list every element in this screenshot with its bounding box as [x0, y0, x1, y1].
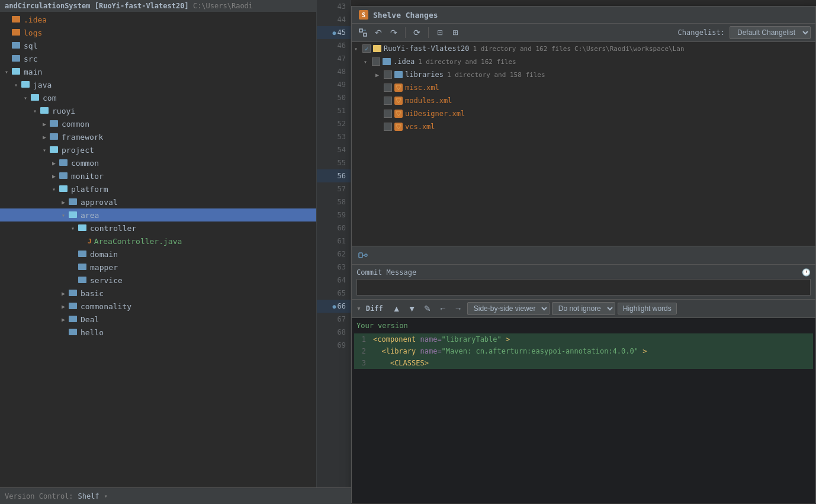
tree-item-project[interactable]: ▾ project: [0, 143, 316, 156]
xml-file-icon: [394, 123, 403, 131]
misc-xml-checkbox[interactable]: [384, 84, 392, 92]
dtree-uidesigner-xml[interactable]: uiDesigner.xml: [352, 107, 815, 120]
libraries-checkbox[interactable]: [384, 70, 392, 79]
tree-item-controller[interactable]: ▾ controller: [0, 221, 316, 235]
tree-item-sql[interactable]: sql: [0, 39, 316, 52]
line-66: ●66: [317, 300, 351, 313]
diff-label: Diff: [366, 304, 383, 313]
dtree-idea[interactable]: ▾ .idea 1 directory and 162 files: [352, 55, 815, 68]
commit-message-input[interactable]: [356, 279, 811, 296]
collapse-diff-icon: ▾: [356, 304, 361, 313]
dtree-misc-xml[interactable]: misc.xml: [352, 81, 815, 94]
diff-line-3: 3 <CLASSES>: [354, 357, 813, 369]
changelist-select[interactable]: Default Changelist: [730, 26, 811, 39]
tree-item-framework[interactable]: ▶ framework: [0, 130, 316, 143]
uidesigner-xml-checkbox[interactable]: [384, 110, 392, 118]
libraries-label: libraries: [405, 70, 444, 79]
arrow-icon: ▶: [52, 173, 59, 179]
tree-label: basic: [81, 289, 104, 298]
tree-label: AreaController.java: [94, 237, 182, 246]
tree-item-logs[interactable]: logs: [0, 26, 316, 39]
tree-item-src[interactable]: src: [0, 52, 316, 65]
diff-forward-button[interactable]: →: [452, 302, 465, 315]
arrow-icon: ▾: [5, 69, 12, 75]
diff-back-button[interactable]: ←: [436, 302, 449, 315]
xml-attr: name=: [420, 347, 441, 355]
tree-item-commonality[interactable]: ▶ commonality: [0, 300, 316, 313]
tree-item-monitor[interactable]: ▶ monitor: [0, 169, 316, 182]
root-folder-icon: [373, 45, 381, 52]
folder-icon: [12, 68, 21, 76]
line-numbers-panel: 43 44 ●45 46 47 48 49 50 51 52 53 54 55 …: [317, 0, 351, 504]
collapse-button[interactable]: ⊞: [449, 26, 462, 39]
xml-file-icon: [394, 110, 403, 118]
line-58: 58: [317, 195, 351, 208]
dialog-file-tree[interactable]: ▾ RuoYi-fast-Vlatest20 1 directory and 1…: [352, 42, 815, 246]
svg-rect-1: [364, 33, 367, 36]
redo-button[interactable]: ↷: [387, 26, 400, 39]
diff-down-button[interactable]: ▼: [406, 302, 419, 315]
dtree-vcs-xml[interactable]: vcs.xml: [352, 120, 815, 133]
tree-item-deal[interactable]: ▶ Deal: [0, 313, 316, 326]
tree-label: area: [81, 211, 99, 220]
commit-message-section: Commit Message 🕐: [352, 265, 815, 300]
highlight-words-button[interactable]: Highlight words: [618, 303, 677, 314]
tree-label: main: [24, 68, 42, 76]
dtree-modules-xml[interactable]: modules.xml: [352, 94, 815, 107]
undo-button[interactable]: ↶: [372, 26, 385, 39]
diff-up-button[interactable]: ▲: [390, 302, 403, 315]
shelf-chevron-icon[interactable]: ▾: [104, 493, 108, 499]
diff-edit-button[interactable]: ✎: [421, 302, 434, 315]
tree-item-common2[interactable]: ▶ common: [0, 156, 316, 169]
tree-item-area[interactable]: ▾ area: [0, 208, 316, 221]
tree-item-basic[interactable]: ▶ basic: [0, 287, 316, 300]
tree-item-idea[interactable]: .idea: [0, 13, 316, 26]
tree-item-platform[interactable]: ▾ platform: [0, 182, 316, 195]
your-version-label: Your version: [354, 320, 813, 331]
tree-item-mapper[interactable]: mapper: [0, 261, 316, 274]
folder-icon: [69, 328, 78, 336]
dtree-root[interactable]: ▾ RuoYi-fast-Vlatest20 1 directory and 1…: [352, 42, 815, 55]
dtree-libraries[interactable]: ▶ libraries 1 directory and 158 files: [352, 68, 815, 81]
shelf-tab[interactable]: Shelf: [78, 492, 99, 500]
move-to-changelist-button[interactable]: [356, 26, 370, 39]
dialog-title: Shelve Changes: [373, 11, 438, 20]
root-path: C:\Users\Raodi\workspace\Lan: [574, 45, 684, 53]
vcs-icon: [358, 251, 368, 260]
refresh-button[interactable]: ⟳: [410, 26, 423, 39]
idea-label: .idea: [393, 57, 415, 66]
tree-item-com[interactable]: ▾ com: [0, 91, 316, 104]
line-59: 59: [317, 208, 351, 221]
arrow-icon: ▶: [62, 290, 69, 297]
libraries-meta: 1 directory and 158 files: [447, 71, 545, 79]
tree-label: framework: [62, 133, 103, 142]
line-60: 60: [317, 221, 351, 235]
tree-item-approval[interactable]: ▶ approval: [0, 195, 316, 208]
vcs-icon-button[interactable]: [356, 249, 370, 262]
bottom-status-bar: Version Control: Shelf ▾: [0, 487, 351, 504]
folder-icon: [69, 315, 78, 323]
line-62: 62: [317, 248, 351, 261]
vcs-xml-checkbox[interactable]: [384, 123, 392, 131]
tree-item-ruoyi[interactable]: ▾ ruoyi: [0, 104, 316, 117]
diff-ignore-select[interactable]: Do not ignore: [552, 302, 615, 315]
tree-item-areacontroller[interactable]: J AreaController.java: [0, 235, 316, 248]
folder-icon: [12, 41, 21, 50]
tree-label: domain: [90, 250, 118, 259]
file-tree-panel: andCirculationSystem [RuoYi-fast-Vlatest…: [0, 0, 317, 504]
tree-item-hello[interactable]: hello: [0, 326, 316, 339]
idea-checkbox[interactable]: [372, 57, 380, 66]
tree-item-domain[interactable]: domain: [0, 248, 316, 261]
root-checkbox[interactable]: [362, 44, 371, 53]
modules-xml-checkbox[interactable]: [384, 97, 392, 105]
bottom-icon-bar: [352, 246, 815, 265]
tree-item-main[interactable]: ▾ main: [0, 65, 316, 78]
code-content: <CLASSES>: [373, 357, 429, 369]
tree-item-common[interactable]: ▶ common: [0, 117, 316, 130]
diff-viewer-select[interactable]: Side-by-side viewer: [467, 302, 550, 315]
folder-icon: [69, 198, 78, 206]
expand-button[interactable]: ⊟: [433, 26, 446, 39]
project-file-tree[interactable]: .idea logs sql src ▾ main ▾: [0, 12, 316, 504]
tree-item-java[interactable]: ▾ java: [0, 78, 316, 91]
tree-item-service[interactable]: service: [0, 274, 316, 287]
